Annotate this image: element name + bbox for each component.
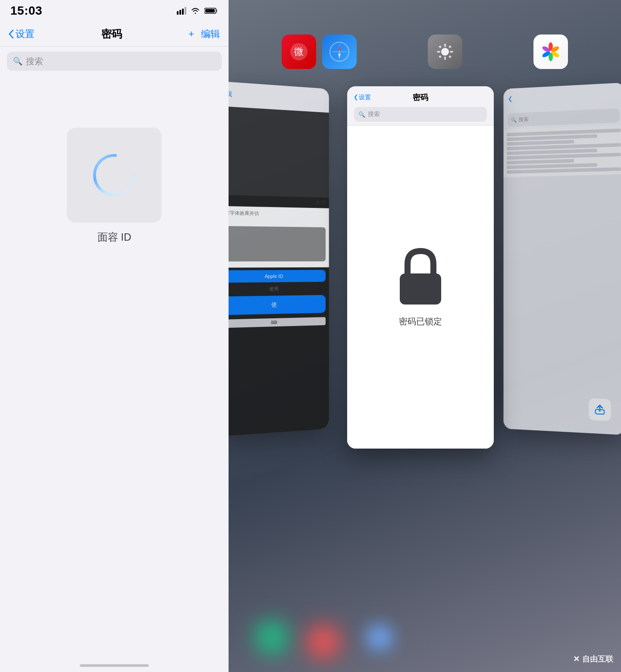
app-icon-group-left: 微 [282, 35, 357, 69]
svg-rect-0 [177, 11, 179, 15]
nav-back-button[interactable]: 设置 [9, 28, 34, 41]
right-card-nav [503, 82, 621, 111]
right-card-inner: 🔍 搜索 [503, 82, 621, 435]
left-card-hash: #M [229, 218, 326, 225]
watermark: ✕ 自由互联 [573, 654, 613, 664]
right-search-bar[interactable]: 🔍 搜索 [508, 108, 620, 127]
nav-actions: + 编辑 [188, 28, 220, 41]
svg-rect-1 [179, 10, 181, 15]
center-card-nav: 设置 密码 🔍 搜索 [347, 86, 494, 126]
nav-title: 密码 [101, 27, 122, 41]
right-card-content [503, 125, 621, 435]
use-button[interactable]: 使 [229, 295, 326, 315]
share-icon [594, 403, 606, 416]
share-icon-area[interactable] [589, 398, 611, 421]
bg-dot-green [254, 620, 289, 655]
right-search-icon: 🔍 [511, 117, 517, 122]
svg-rect-21 [448, 45, 452, 48]
left-card-dark-section [229, 106, 329, 198]
left-panel: 15:03 [0, 0, 229, 672]
wifi-icon [191, 7, 200, 15]
left-card-text: 仿宋字体效果并仿 #M [229, 206, 329, 268]
search-bar[interactable]: 🔍 搜索 [7, 52, 222, 71]
status-icons [177, 7, 218, 15]
search-placeholder-text: 搜索 [26, 56, 43, 67]
svg-rect-17 [444, 57, 446, 60]
svg-rect-5 [216, 9, 217, 12]
face-id-card [67, 128, 162, 223]
svg-rect-2 [182, 9, 184, 15]
bg-dot-blue [367, 625, 392, 650]
weibo-app-icon[interactable]: 微 [282, 35, 316, 69]
keyboard-icon: ⌨ [271, 320, 277, 325]
svg-rect-19 [450, 51, 453, 53]
add-button[interactable]: + [188, 28, 194, 40]
battery-icon [204, 7, 218, 15]
svg-rect-16 [444, 44, 446, 47]
status-time: 15:03 [10, 4, 42, 18]
svg-point-7 [94, 155, 134, 195]
bg-dot-red [306, 625, 341, 659]
watermark-text: 自由互联 [582, 654, 613, 664]
svg-rect-18 [437, 51, 440, 53]
app-icons-row: 微 [229, 35, 621, 69]
keyboard-area: ⌨ [229, 317, 326, 328]
right-card[interactable]: 🔍 搜索 [503, 82, 621, 435]
svg-rect-6 [205, 9, 215, 13]
photos-icon [540, 41, 561, 63]
thumbnail-rows [507, 129, 621, 174]
center-search-placeholder: 搜索 [368, 110, 380, 118]
settings-icon [435, 42, 455, 62]
center-nav-title: 密码 [371, 92, 470, 103]
center-card-inner: 设置 密码 🔍 搜索 [347, 86, 494, 449]
back-chevron-icon [9, 29, 14, 39]
svg-point-15 [441, 48, 449, 56]
center-nav-row: 设置 密码 [354, 92, 487, 103]
face-id-label: 面容 ID [97, 230, 132, 244]
status-bar: 15:03 [0, 0, 229, 22]
thumb-row-7 [507, 159, 574, 165]
center-search-icon: 🔍 [358, 111, 365, 118]
search-bar-container: 🔍 搜索 [0, 47, 229, 76]
settings-app-icon[interactable] [428, 35, 462, 69]
right-back-chevron [508, 95, 512, 102]
center-card-content: 密码已锁定 [347, 126, 494, 449]
svg-rect-22 [439, 55, 442, 58]
use-label: 使用 [229, 284, 329, 294]
right-panel: 微 [229, 0, 621, 672]
center-back-button[interactable]: 设置 [354, 94, 371, 101]
center-card[interactable]: 设置 密码 🔍 搜索 [347, 86, 494, 449]
svg-rect-30 [400, 273, 441, 305]
nav-bar: 设置 密码 + 编辑 [0, 22, 229, 47]
apple-id-button[interactable]: Apple ID [229, 270, 326, 283]
right-card-back[interactable] [508, 95, 512, 104]
locked-title: 密码已锁定 [399, 316, 442, 327]
left-card-back: ‹ 我 [229, 90, 232, 98]
right-card-thumbnail [503, 125, 621, 177]
left-card-inner: ‹ 我 大小 仿宋字体效果并仿 #M Apple ID [229, 81, 329, 436]
left-card-gray-text: 仿宋字体效果并仿 [229, 210, 326, 218]
photos-app-icon[interactable] [533, 35, 568, 69]
edit-button[interactable]: 编辑 [201, 28, 220, 41]
safari-icon [329, 41, 350, 63]
cards-container: ‹ 我 大小 仿宋字体效果并仿 #M Apple ID [229, 86, 621, 672]
center-search-bar[interactable]: 🔍 搜索 [354, 107, 487, 122]
right-search-placeholder: 搜索 [518, 116, 528, 123]
content-area: 面容 ID [0, 76, 229, 672]
svg-rect-3 [185, 7, 186, 15]
back-label: 设置 [16, 28, 34, 41]
svg-rect-23 [448, 55, 452, 58]
left-card[interactable]: ‹ 我 大小 仿宋字体效果并仿 #M Apple ID [229, 81, 329, 436]
face-id-ring [88, 149, 140, 201]
home-indicator [80, 664, 149, 667]
center-back-chevron [354, 94, 358, 101]
svg-text:微: 微 [294, 46, 304, 57]
signal-icon [177, 7, 186, 15]
weibo-icon: 微 [289, 42, 309, 62]
lock-icon [395, 247, 446, 307]
svg-rect-20 [439, 45, 442, 48]
safari-app-icon[interactable] [322, 35, 357, 69]
left-card-image-placeholder [229, 226, 326, 261]
search-icon: 🔍 [13, 57, 22, 66]
watermark-x: ✕ [573, 654, 580, 664]
